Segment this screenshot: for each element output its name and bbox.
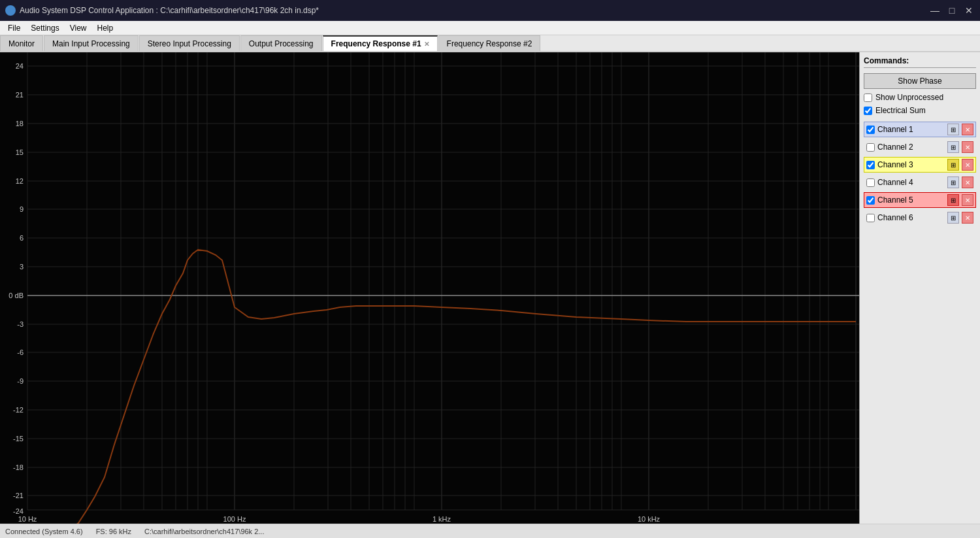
electrical-sum-label: Electrical Sum [875, 106, 926, 115]
commands-title: Commands: [864, 56, 976, 68]
channel-5-settings-icon[interactable]: ⊞ [947, 194, 959, 206]
show-phase-button[interactable]: Show Phase [864, 73, 976, 89]
status-connection: Connected (System 4.6) [5, 528, 83, 535]
svg-text:-18: -18 [13, 463, 24, 471]
chart-svg: 24 21 18 15 12 9 6 3 0 dB -3 -6 -9 -12 -… [0, 52, 859, 524]
electrical-sum-checkbox[interactable] [864, 107, 872, 115]
status-sample-rate: FS: 96 kHz [96, 528, 131, 535]
tab-freq2-label: Frequency Response #2 [447, 39, 532, 48]
audio-icon [5, 5, 16, 16]
channel-2-remove-icon[interactable]: ✕ [962, 141, 973, 153]
channel-5-checkbox[interactable] [866, 196, 875, 205]
channel-5-row: Channel 5 ⊞ ✕ [864, 192, 976, 208]
main-layout: 24 21 18 15 12 9 6 3 0 dB -3 -6 -9 -12 -… [0, 52, 980, 524]
svg-text:-9: -9 [17, 377, 24, 385]
channel-4-remove-icon[interactable]: ✕ [962, 177, 973, 188]
status-file-path: C:\carhifi\arbeitsordner\ch417\96k 2... [144, 528, 264, 535]
svg-rect-0 [0, 52, 859, 524]
channel-1-row: Channel 1 ⊞ ✕ [864, 122, 976, 137]
electrical-sum-row: Electrical Sum [864, 106, 976, 115]
tab-monitor-label: Monitor [8, 39, 35, 48]
menu-help[interactable]: Help [92, 22, 119, 34]
tab-output[interactable]: Output Processing [240, 35, 322, 51]
channel-4-label: Channel 4 [877, 178, 945, 187]
menu-bar: File Settings View Help [0, 21, 980, 35]
tab-bar: Monitor Main Input Processing Stereo Inp… [0, 35, 980, 52]
status-bar: Connected (System 4.6) FS: 96 kHz C:\car… [0, 524, 980, 538]
svg-text:10 kHz: 10 kHz [638, 515, 661, 523]
channel-3-row: Channel 3 ⊞ ✕ [864, 157, 976, 173]
minimize-button[interactable]: — [929, 5, 941, 16]
channel-1-remove-icon[interactable]: ✕ [962, 124, 973, 135]
channel-1-label: Channel 1 [877, 125, 945, 134]
maximize-button[interactable]: □ [946, 5, 958, 16]
tab-freq1-close[interactable]: ✕ [424, 41, 429, 48]
svg-text:12: 12 [16, 177, 24, 185]
svg-text:-12: -12 [13, 406, 24, 414]
tab-stereo-input-label: Stereo Input Processing [148, 39, 231, 48]
channel-6-label: Channel 6 [877, 213, 945, 222]
channel-6-remove-icon[interactable]: ✕ [962, 212, 973, 224]
channel-2-label: Channel 2 [877, 143, 945, 152]
tab-freq2[interactable]: Frequency Response #2 [438, 35, 541, 51]
channel-6-row: Channel 6 ⊞ ✕ [864, 210, 976, 226]
svg-text:21: 21 [16, 91, 24, 99]
channel-2-checkbox[interactable] [866, 143, 875, 152]
channel-2-row: Channel 2 ⊞ ✕ [864, 139, 976, 155]
commands-panel: Commands: Show Phase Show Unprocessed El… [859, 52, 980, 524]
show-unprocessed-checkbox[interactable] [864, 93, 872, 102]
svg-text:100 Hz: 100 Hz [223, 515, 246, 523]
svg-text:-3: -3 [17, 320, 24, 328]
close-button[interactable]: ✕ [963, 5, 975, 16]
tab-output-label: Output Processing [249, 39, 314, 48]
svg-text:24: 24 [16, 62, 24, 70]
menu-view[interactable]: View [65, 22, 92, 34]
show-unprocessed-row: Show Unprocessed [864, 93, 976, 102]
svg-text:10 Hz: 10 Hz [18, 515, 37, 523]
tab-freq1[interactable]: Frequency Response #1 ✕ [323, 35, 438, 51]
channel-3-checkbox[interactable] [866, 161, 875, 169]
channel-5-remove-icon[interactable]: ✕ [962, 194, 973, 206]
menu-file[interactable]: File [3, 22, 25, 34]
tab-main-input[interactable]: Main Input Processing [44, 35, 139, 51]
channel-4-settings-icon[interactable]: ⊞ [947, 177, 959, 188]
svg-text:-24: -24 [13, 507, 24, 515]
channel-3-label: Channel 3 [877, 160, 945, 169]
tab-monitor[interactable]: Monitor [0, 35, 43, 51]
channel-4-checkbox[interactable] [866, 178, 875, 187]
svg-text:-15: -15 [13, 435, 24, 443]
title-bar-title: Audio System DSP Control Application : C… [20, 6, 319, 15]
svg-text:18: 18 [16, 120, 24, 127]
channel-1-checkbox[interactable] [866, 126, 875, 134]
svg-text:-21: -21 [13, 492, 24, 499]
svg-text:6: 6 [20, 234, 24, 242]
show-unprocessed-label: Show Unprocessed [875, 93, 943, 102]
tab-main-input-label: Main Input Processing [52, 39, 130, 48]
channel-3-remove-icon[interactable]: ✕ [962, 159, 973, 171]
chart-area: 24 21 18 15 12 9 6 3 0 dB -3 -6 -9 -12 -… [0, 52, 859, 524]
channel-2-settings-icon[interactable]: ⊞ [947, 141, 959, 153]
channel-6-settings-icon[interactable]: ⊞ [947, 212, 959, 224]
title-bar-left: Audio System DSP Control Application : C… [5, 5, 319, 16]
svg-text:0 dB: 0 dB [8, 292, 24, 299]
channel-3-settings-icon[interactable]: ⊞ [947, 159, 959, 171]
channel-5-label: Channel 5 [877, 195, 945, 205]
svg-text:9: 9 [20, 205, 24, 213]
tab-freq1-label: Frequency Response #1 [331, 39, 421, 48]
channels-list: Channel 1 ⊞ ✕ Channel 2 ⊞ ✕ Channel 3 ⊞ … [864, 122, 976, 226]
title-bar: Audio System DSP Control Application : C… [0, 0, 980, 21]
channel-1-settings-icon[interactable]: ⊞ [947, 124, 959, 135]
channel-4-row: Channel 4 ⊞ ✕ [864, 175, 976, 190]
svg-text:15: 15 [16, 148, 24, 156]
svg-text:-6: -6 [17, 348, 24, 356]
tab-stereo-input[interactable]: Stereo Input Processing [139, 35, 240, 51]
title-bar-controls: — □ ✕ [929, 5, 975, 16]
menu-settings[interactable]: Settings [25, 22, 64, 34]
svg-text:3: 3 [20, 263, 24, 271]
svg-text:1 kHz: 1 kHz [433, 515, 451, 523]
channel-6-checkbox[interactable] [866, 214, 875, 222]
